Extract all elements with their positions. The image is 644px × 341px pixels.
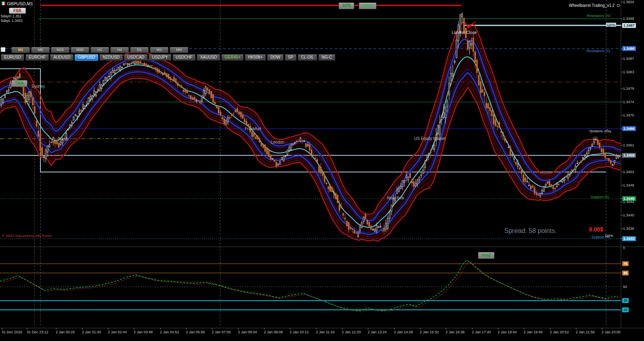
time-label: 2 Jan 10:12 [290, 330, 309, 334]
candle-body [49, 145, 50, 147]
symbol-button-AUDUSD[interactable]: AUDUSD [50, 54, 74, 61]
main-chart-layer [0, 5, 644, 241]
candle-body [160, 74, 162, 74]
candle-body [514, 157, 515, 159]
oscillator-line-signal [2, 261, 621, 312]
symbol-button-NZDUSD[interactable]: NZDUSD [99, 54, 123, 61]
candle-body [2, 99, 4, 102]
candle-body [220, 112, 221, 115]
candle-body [296, 141, 297, 142]
candle-body [303, 141, 305, 142]
candle-body [110, 72, 112, 78]
candle-body [501, 131, 502, 132]
candle-body [266, 148, 267, 154]
candle-body [448, 83, 450, 95]
candle-body [173, 77, 175, 80]
spread-text: Spread: 58 points. [504, 227, 557, 235]
candle-body [443, 112, 444, 117]
symbol-button-XAUUSD[interactable]: XAUUSD [197, 54, 220, 61]
candle-body [385, 223, 387, 229]
symbol-button-USDJPY[interactable]: USDJPY [149, 54, 171, 61]
candle-body [368, 222, 370, 227]
candle-body [484, 92, 485, 96]
candle-body [411, 180, 412, 183]
timeframe-button-MN[interactable]: MN [170, 47, 188, 53]
symbol-button-HK50ft+[interactable]: HK50ft+ [245, 54, 266, 61]
candle-body [97, 89, 99, 91]
symbol-button-EURCHF[interactable]: EURCHF [25, 54, 49, 61]
candle-body [396, 189, 398, 194]
candle-body [489, 108, 490, 111]
candle-body [473, 38, 474, 52]
session-label-us-equity-market: US Equity Market [414, 136, 446, 141]
candle-body [491, 110, 492, 116]
timeframe-button-M30[interactable]: M30 [71, 47, 89, 53]
candle-body [213, 94, 214, 102]
indicator-level-label-35: 35 [622, 298, 629, 303]
candle-body [398, 189, 400, 191]
symbol-button-EURUSD[interactable]: EURUSD [1, 54, 24, 61]
timeframe-button-D1[interactable]: D1 [130, 47, 149, 53]
session-label-tokyo: Tokyo [58, 137, 68, 141]
symbol-button-USDCHF[interactable]: USDCHF [173, 54, 196, 61]
candle-body [367, 220, 368, 224]
candle-body [482, 90, 483, 93]
time-label: 2 Jan 09:08 [264, 330, 283, 334]
candle-body [318, 166, 320, 172]
symbol-button-DOW[interactable]: DOW [267, 54, 283, 61]
timeframe-button-M1[interactable]: M1 [11, 47, 30, 53]
candle-body [10, 83, 11, 88]
candle-body [255, 137, 257, 139]
candle-body [612, 164, 613, 165]
candle-body [608, 158, 610, 161]
time-label: 2 Jan 08:04 [238, 330, 257, 334]
candle-body [155, 68, 156, 69]
candle-body [488, 104, 489, 108]
candle-body [196, 100, 197, 101]
profit-text: 0.00$ [589, 226, 603, 233]
candle-body [593, 139, 595, 143]
symbol-button-CL-OIL[interactable]: CL-OIL [298, 54, 317, 61]
candle-body [543, 186, 545, 191]
candle-body [136, 61, 137, 64]
macd-button[interactable]: macd [359, 2, 377, 9]
candle-body [616, 155, 617, 158]
candle-body [510, 147, 511, 155]
candle-body [80, 110, 82, 111]
candle-body [540, 194, 541, 196]
symbol-button-GER40+[interactable]: GER40+ [221, 54, 244, 61]
timeframe-button-W1[interactable]: W1 [150, 47, 168, 53]
candle-body [86, 105, 87, 106]
symbol-button-NG-C[interactable]: NG-C [318, 54, 335, 61]
candle-body [263, 145, 264, 147]
indicator-axis[interactable]: 07565503525 [621, 248, 644, 328]
timeframe-button-M5[interactable]: M5 [31, 47, 50, 53]
tma-button[interactable]: TMA [11, 80, 27, 87]
price-label-1.3461: 1.3461 [623, 143, 634, 148]
apb-button[interactable]: APB [339, 2, 354, 9]
symbol-button-GBPUSD[interactable]: GBPUSD [75, 54, 98, 61]
time-label: 2 Jan 23:00 [602, 330, 621, 334]
candle-body [373, 229, 374, 230]
price-label-1.3487: 1.3487 [623, 56, 634, 61]
candle-body [92, 95, 93, 99]
timeframe-button-H4[interactable]: H4 [110, 47, 129, 53]
timeframe-button-H1[interactable]: H1 [90, 47, 109, 53]
candle-body [252, 132, 253, 137]
symbol-button-SP[interactable]: SP [285, 54, 297, 61]
candle-body [471, 43, 472, 45]
candle-body [512, 155, 513, 155]
candle-body [526, 181, 528, 182]
candle-body [4, 95, 6, 97]
fsr-button[interactable]: FSR [9, 8, 26, 14]
tma2-button[interactable]: tma2 [478, 252, 495, 259]
day-high-label: 5dayH 1.351 [1, 14, 21, 18]
candle-body [248, 124, 249, 126]
chart-marker-box[interactable] [1, 47, 5, 52]
candle-body [166, 74, 167, 77]
candle-body [103, 80, 104, 84]
timeframe-button-M15[interactable]: M15 [51, 47, 69, 53]
price-axis[interactable]: 1.35041.34991.34971.34901.34871.34831.34… [621, 0, 644, 247]
symbol-button-USDCAD[interactable]: USDCAD [124, 54, 147, 61]
candle-body [302, 141, 303, 141]
